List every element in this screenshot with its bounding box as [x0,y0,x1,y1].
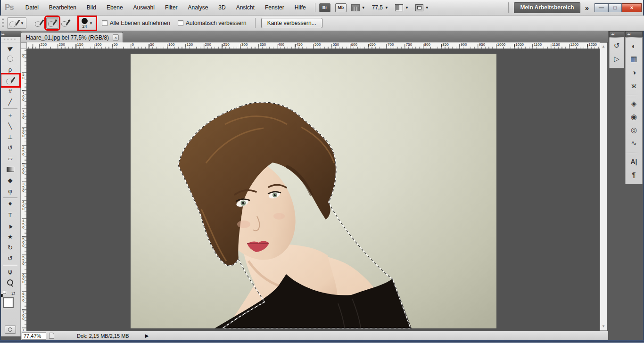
workspace-button[interactable]: Mein Arbeitsbereich [514,2,580,13]
history-panel-icon[interactable]: ↺ [610,39,624,52]
menu-auswahl[interactable]: Auswahl [128,0,160,15]
quick-mask-button[interactable] [5,326,16,334]
launch-bridge-button[interactable]: Br [319,3,330,12]
canvas-viewport[interactable] [27,49,600,331]
h-ruler-label: 900 [461,42,467,47]
v-ruler-label: 400 [21,200,25,210]
3d-orbit-tool[interactable]: ↺ [2,253,19,264]
menu-filter[interactable]: Filter [160,0,183,15]
masks-panel-icon[interactable]: ◎ [626,123,642,137]
brushes-panel-icon[interactable]: ж [626,79,642,92]
toolbox-header[interactable]: ▸▸ [0,31,21,37]
mobile-button[interactable]: Mb [335,3,347,12]
workspace-overflow-chevron[interactable]: » [585,4,589,12]
blur-tool[interactable]: ◆ [2,175,19,186]
sample-all-layers-checkbox[interactable] [102,20,107,26]
view-extras-dropdown[interactable]: ▼ [351,4,365,11]
quick-selection-tool[interactable] [2,75,19,86]
zoom-level-value[interactable]: 77,5 [372,4,383,11]
h-ruler-label: 1050 [515,42,524,47]
custom-shape-tool[interactable]: ★ [2,231,19,242]
menu-hilfe[interactable]: Hilfe [289,0,311,15]
paths-panel-icon[interactable]: ∿ [626,137,642,150]
vertical-scrollbar[interactable]: ▲ ▼ [600,42,607,331]
document-tab[interactable]: Haare_01.jpg bei 77,5% (RGB/8) × [21,32,123,42]
h-ruler-label: 150 [187,42,193,47]
3d-rotate-tool[interactable]: ↻ [2,242,19,253]
pen-tool[interactable]: ♠ [2,199,19,210]
menu-ansicht[interactable]: Ansicht [231,0,260,15]
h-ruler-label: 700 [388,42,394,47]
screen-mode-dropdown[interactable]: ▼ [415,4,429,11]
close-button[interactable]: × [622,3,642,12]
restore-button[interactable]: □ [608,3,622,12]
path-selection-tool[interactable]: ▲ [2,220,19,231]
scroll-up-icon[interactable]: ▲ [600,43,607,50]
horizontal-ruler[interactable]: 0250200150100500501001502002503003504004… [27,42,600,49]
gradient-tool[interactable] [2,164,19,175]
marquee-tool[interactable] [2,53,19,64]
clone-stamp-tool[interactable]: ⊥ [2,131,19,142]
vertical-ruler[interactable]: 0501001502002503003504004505005506006507… [21,49,27,331]
new-selection-button[interactable] [33,17,45,29]
styles-panel-icon[interactable]: ◑ [626,65,642,79]
h-ruler-label: 600 [351,42,357,47]
type-tool[interactable]: T [2,210,19,220]
path-selection-tool-icon: ▲ [6,222,15,230]
toolbox-separator [3,108,17,109]
brush-size-picker[interactable]: 24 ▼ [79,17,95,29]
move-tool[interactable]: ▶ [2,42,19,53]
dodge-tool[interactable]: φ [2,186,19,196]
tab-close-icon[interactable]: × [113,34,119,41]
healing-brush-tool[interactable]: + [2,110,19,121]
lasso-tool[interactable]: ρ [2,64,19,75]
menu-analyse[interactable]: Analyse [183,0,214,15]
toolbox-separator [3,265,17,265]
foreground-color-swatch[interactable] [3,297,14,308]
chevron-down-icon: ▼ [362,6,365,10]
zoom-tool[interactable] [2,277,19,288]
character-panel-icon[interactable]: A| [626,155,642,168]
history-brush-tool[interactable]: ↺ [2,142,19,153]
document-canvas[interactable] [131,54,496,328]
minimize-button[interactable]: — [594,3,608,12]
h-ruler-label: 450 [296,42,302,47]
crop-tool[interactable]: # [2,86,19,97]
status-flyout-arrow[interactable]: ▶ [145,333,149,338]
subtract-from-selection-button[interactable]: − [59,17,72,29]
refine-edge-button[interactable]: Kante verbessern... [261,18,322,28]
menu-3d[interactable]: 3D [213,0,231,15]
auto-enhance-checkbox[interactable] [178,20,183,26]
auto-enhance-option[interactable]: Automatisch verbessern [178,20,247,26]
color-panel-icon[interactable]: ◐ [626,39,642,52]
brush-tool-icon: ╲ [8,123,12,129]
sample-all-layers-option[interactable]: Alle Ebenen aufnehmen [102,20,170,26]
v-ruler-label: 0 [21,54,25,57]
hand-tool[interactable]: ψ [2,266,19,277]
menu-bearbeiten[interactable]: Bearbeiten [44,0,82,15]
menu-datei[interactable]: Datei [20,0,44,15]
add-to-selection-button[interactable]: + [46,17,58,29]
paragraph-panel-icon[interactable]: ¶ [626,168,642,181]
tool-preset-picker[interactable]: ▼ [7,17,26,29]
brush-tool[interactable]: ╲ [2,121,19,131]
dock2-collapse-header[interactable]: ◂◂ [625,31,643,37]
document-size-info: Dok: 2,15 MB/2,15 MB [77,333,129,339]
swatches-panel-icon[interactable]: ▦ [626,52,642,65]
menu-fenster[interactable]: Fenster [260,0,289,15]
channels-panel-icon[interactable]: ◉ [626,110,642,123]
swap-colors-icon[interactable]: ⇄ [11,291,15,296]
status-zoom-field[interactable]: 77,47% [22,332,46,340]
eraser-tool[interactable]: ▱ [2,153,19,164]
zoom-level-dropdown[interactable]: 77,5▼ [372,4,388,11]
menu-separator [315,3,315,12]
menu-bild[interactable]: Bild [82,0,101,15]
scroll-down-icon[interactable]: ▼ [600,323,607,330]
tool-options-bar: ▼ + − 24 ▼ Alle Ebenen aufnehmen [0,16,644,31]
eyedropper-tool[interactable]: ╱ [2,97,19,107]
arrange-documents-dropdown[interactable]: ▼ [395,4,409,11]
dock1-collapse-header[interactable]: ◂◂ [609,31,624,37]
actions-panel-icon[interactable]: ▷ [610,52,624,65]
menu-ebene[interactable]: Ebene [101,0,128,15]
layers-panel-icon[interactable]: ◈ [626,97,642,110]
